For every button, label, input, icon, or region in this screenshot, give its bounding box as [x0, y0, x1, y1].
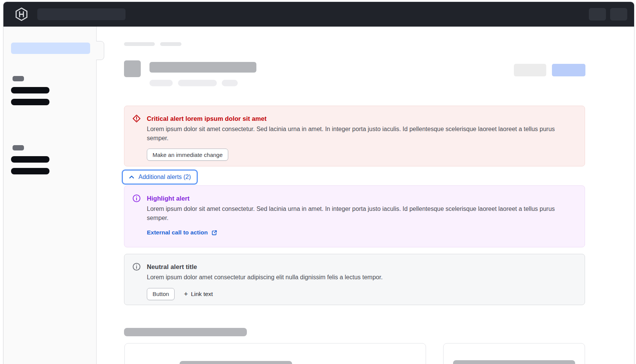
sidebar-section-label-skeleton — [13, 145, 24, 150]
page-icon-skeleton — [124, 60, 141, 77]
sidebar-active-item-skeleton[interactable] — [11, 43, 90, 54]
neutral-alert-button[interactable]: Button — [147, 288, 175, 300]
sidebar-item-skeleton[interactable] — [11, 99, 49, 105]
additional-alerts-toggle-label: Additional alerts (2) — [138, 174, 191, 180]
neutral-alert-link-label: Link text — [191, 291, 213, 298]
navbar-action-placeholder[interactable] — [610, 8, 627, 21]
neutral-alert-description: Lorem ipsum dolor amet consectetur adipi… — [147, 273, 576, 282]
hashicorp-logo[interactable] — [14, 7, 29, 21]
highlight-alert-banner: Highlight alert Lorem ipsum dolor sit am… — [124, 185, 585, 247]
sidebar — [3, 27, 97, 364]
plus-icon: + — [184, 291, 188, 298]
page-title-skeleton — [149, 62, 256, 73]
chevron-up-icon — [129, 174, 135, 180]
app-window: Critical alert lorem ipsum dolor sit ame… — [3, 2, 634, 364]
critical-alert-description: Lorem ipsum dolor sit amet consectetur. … — [147, 125, 576, 142]
search-input[interactable] — [37, 8, 126, 20]
external-link-icon — [211, 229, 218, 236]
page-meta-skeleton — [178, 80, 217, 86]
breadcrumb-skeleton — [124, 42, 155, 46]
alert-diamond-icon — [132, 114, 141, 123]
critical-alert-banner: Critical alert lorem ipsum dolor sit ame… — [124, 106, 585, 166]
content-card — [124, 343, 426, 364]
highlight-alert-title: Highlight alert — [147, 194, 576, 203]
card-content-skeleton — [453, 360, 575, 364]
neutral-alert-title: Neutral alert title — [147, 262, 576, 271]
critical-alert-title: Critical alert lorem ipsum dolor sit ame… — [147, 114, 576, 123]
page-meta-skeleton — [222, 80, 238, 86]
neutral-alert-content: Neutral alert title Lorem ipsum dolor am… — [147, 262, 576, 305]
neutral-alert-actions: Button + Link text — [147, 282, 576, 300]
highlight-alert-content: Highlight alert Lorem ipsum dolor sit am… — [147, 194, 576, 247]
additional-alerts-toggle[interactable]: Additional alerts (2) — [122, 169, 198, 185]
neutral-alert-banner: Neutral alert title Lorem ipsum dolor am… — [124, 254, 585, 305]
info-circle-icon — [132, 262, 141, 271]
highlight-alert-description: Lorem ipsum dolor sit amet consectetur. … — [147, 204, 576, 222]
section-title-skeleton — [124, 328, 247, 336]
page-meta-skeleton — [149, 80, 173, 86]
critical-alert-content: Critical alert lorem ipsum dolor sit ame… — [147, 114, 576, 166]
neutral-alert-link[interactable]: + Link text — [184, 291, 213, 298]
main-content: Critical alert lorem ipsum dolor sit ame… — [97, 27, 634, 364]
content-card — [443, 343, 585, 364]
card-content-skeleton — [180, 361, 292, 364]
info-circle-icon — [132, 194, 141, 203]
sidebar-collapse-handle[interactable] — [96, 41, 104, 60]
sidebar-item-skeleton[interactable] — [11, 87, 49, 93]
secondary-action-skeleton[interactable] — [514, 64, 546, 76]
sidebar-section-label-skeleton — [13, 76, 24, 81]
sidebar-item-skeleton[interactable] — [11, 156, 49, 163]
external-link-label: External call to action — [147, 229, 208, 236]
breadcrumb-skeleton — [160, 42, 181, 46]
top-navbar — [3, 2, 634, 27]
external-call-to-action-link[interactable]: External call to action — [147, 229, 218, 236]
sidebar-item-skeleton[interactable] — [11, 168, 49, 174]
app-body: Critical alert lorem ipsum dolor sit ame… — [3, 27, 634, 364]
primary-action-skeleton[interactable] — [552, 64, 585, 76]
navbar-action-placeholder[interactable] — [589, 8, 606, 21]
critical-alert-action-button[interactable]: Make an immediate change — [147, 149, 228, 161]
